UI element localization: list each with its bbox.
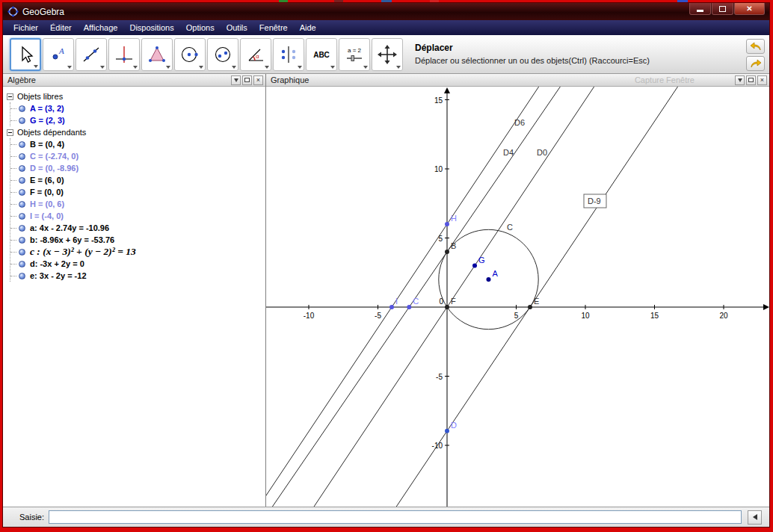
visibility-marble-icon[interactable] bbox=[19, 201, 25, 208]
graph-point-B[interactable] bbox=[445, 250, 449, 254]
tool-dropdown-arrow-icon[interactable] bbox=[265, 66, 269, 69]
graph-line-d[interactable] bbox=[266, 87, 769, 507]
graph-point-label-G[interactable]: G bbox=[478, 256, 485, 265]
graph-line-b[interactable] bbox=[266, 87, 769, 507]
graph-line-label-d[interactable]: D0 bbox=[537, 148, 547, 157]
minimize-button[interactable] bbox=[689, 3, 711, 15]
visibility-marble-icon[interactable] bbox=[19, 165, 25, 172]
graph-point-label-F[interactable]: F bbox=[451, 297, 456, 306]
visibility-marble-icon[interactable] bbox=[19, 117, 25, 124]
algebra-dropdown-button[interactable] bbox=[231, 75, 241, 85]
graph-canvas[interactable]: -10-5510152015105-5-100D6D4D0D-9CAGBHDEF… bbox=[266, 87, 769, 507]
visibility-marble-icon[interactable] bbox=[19, 213, 25, 220]
algebra-item-d[interactable]: d: -3x + 2y = 0 bbox=[10, 258, 265, 270]
graph-point-label-A[interactable]: A bbox=[493, 269, 499, 278]
algebra-item-F[interactable]: F = (0, 0) bbox=[10, 186, 265, 198]
tool-line-button[interactable] bbox=[76, 38, 107, 71]
graph-point-E[interactable] bbox=[528, 305, 532, 309]
menu-item-fenetre[interactable]: Fenêtre bbox=[253, 21, 294, 34]
graph-line-label-a[interactable]: D4 bbox=[503, 148, 514, 157]
algebra-item-E[interactable]: E = (6, 0) bbox=[10, 174, 265, 186]
tool-dropdown-arrow-icon[interactable] bbox=[34, 65, 38, 68]
undo-button[interactable] bbox=[746, 39, 765, 54]
visibility-marble-icon[interactable] bbox=[19, 261, 25, 267]
algebra-item-D[interactable]: D = (0, -8.96) bbox=[10, 162, 265, 174]
menu-item-options[interactable]: Options bbox=[180, 21, 221, 34]
graphics-dropdown-button[interactable] bbox=[735, 75, 745, 85]
close-button[interactable]: ✕ bbox=[734, 3, 765, 15]
algebra-item-B[interactable]: B = (0, 4) bbox=[10, 138, 265, 150]
tool-text-button[interactable]: ABC bbox=[306, 38, 337, 71]
algebra-tree[interactable]: Objets libresA = (3, 2)G = (2, 3)Objets … bbox=[3, 87, 265, 507]
maximize-button[interactable] bbox=[712, 3, 733, 15]
algebra-item-G[interactable]: G = (2, 3) bbox=[10, 114, 265, 126]
tool-slider-button[interactable]: a = 2 bbox=[339, 38, 370, 71]
graph-line-label-b[interactable]: D-9 bbox=[588, 197, 601, 205]
algebra-item-e[interactable]: e: 3x - 2y = -12 bbox=[10, 270, 265, 282]
menu-item-dispositions[interactable]: Dispositions bbox=[123, 21, 179, 34]
tool-perpendicular-button[interactable] bbox=[108, 38, 140, 71]
graph-point-label-D[interactable]: D bbox=[451, 421, 457, 430]
algebra-group-row[interactable]: Objets libres bbox=[7, 90, 265, 102]
graph-point-label-E[interactable]: E bbox=[534, 297, 539, 306]
graphics-close-button[interactable]: × bbox=[757, 75, 767, 85]
algebra-close-button[interactable]: × bbox=[253, 75, 263, 85]
visibility-marble-icon[interactable] bbox=[19, 177, 25, 184]
visibility-marble-icon[interactable] bbox=[19, 153, 25, 160]
menu-item-aide[interactable]: Aide bbox=[294, 21, 322, 34]
graph-point-label-B[interactable]: B bbox=[451, 241, 456, 250]
graph-circle-label[interactable]: C bbox=[507, 223, 513, 232]
menu-item-outils[interactable]: Outils bbox=[221, 21, 253, 34]
graph-area[interactable]: -10-5510152015105-5-100D6D4D0D-9CAGBHDEF… bbox=[266, 87, 769, 507]
algebra-item-c[interactable]: c : (x − 3)² + (y − 2)² = 13 bbox=[10, 246, 265, 258]
algebra-item-H[interactable]: H = (0, 6) bbox=[10, 198, 265, 210]
visibility-marble-icon[interactable] bbox=[19, 249, 25, 256]
algebra-item-C[interactable]: C = (-2.74, 0) bbox=[10, 150, 265, 162]
title-bar[interactable]: GeoGebra ✕ bbox=[3, 3, 769, 20]
tool-dropdown-arrow-icon[interactable] bbox=[363, 66, 368, 69]
graph-line-a[interactable] bbox=[266, 87, 769, 507]
redo-button[interactable] bbox=[746, 56, 765, 71]
tool-dropdown-arrow-icon[interactable] bbox=[330, 66, 335, 69]
algebra-item-I[interactable]: I = (-4, 0) bbox=[10, 210, 265, 222]
visibility-marble-icon[interactable] bbox=[19, 189, 25, 196]
visibility-marble-icon[interactable] bbox=[19, 237, 25, 244]
tool-dropdown-arrow-icon[interactable] bbox=[199, 66, 203, 69]
tool-polygon-button[interactable] bbox=[141, 38, 173, 71]
tool-conic-button[interactable] bbox=[207, 38, 238, 71]
graph-line-label-e[interactable]: D6 bbox=[514, 118, 525, 127]
algebra-item-b[interactable]: b: -8.96x + 6y = -53.76 bbox=[10, 234, 265, 246]
graphics-float-button[interactable] bbox=[746, 75, 756, 85]
tool-point-button[interactable]: A bbox=[43, 38, 74, 71]
algebra-item-a[interactable]: a: 4x - 2.74y = -10.96 bbox=[10, 222, 265, 234]
graph-point-label-C[interactable]: C bbox=[413, 297, 419, 306]
collapse-icon[interactable] bbox=[7, 129, 13, 136]
tool-dropdown-arrow-icon[interactable] bbox=[133, 66, 138, 69]
visibility-marble-icon[interactable] bbox=[19, 273, 25, 279]
tool-move-view-button[interactable] bbox=[372, 38, 403, 71]
visibility-marble-icon[interactable] bbox=[19, 105, 25, 112]
graph-point-label-H[interactable]: H bbox=[451, 214, 457, 223]
tool-dropdown-arrow-icon[interactable] bbox=[298, 66, 302, 69]
tool-dropdown-arrow-icon[interactable] bbox=[232, 66, 236, 69]
tool-dropdown-arrow-icon[interactable] bbox=[166, 66, 170, 69]
visibility-marble-icon[interactable] bbox=[19, 225, 25, 232]
algebra-group-row[interactable]: Objets dépendants bbox=[7, 126, 265, 138]
visibility-marble-icon[interactable] bbox=[19, 141, 25, 148]
graph-point-A[interactable] bbox=[487, 277, 491, 282]
graph-point-I[interactable] bbox=[389, 305, 394, 309]
menu-item-affichage[interactable]: Affichage bbox=[78, 21, 124, 34]
graph-line-e[interactable] bbox=[266, 87, 769, 507]
menu-item-fichier[interactable]: Fichier bbox=[7, 21, 44, 34]
menu-item-editer[interactable]: Éditer bbox=[44, 21, 78, 34]
graph-point-G[interactable] bbox=[472, 264, 477, 268]
tool-move-button[interactable] bbox=[10, 38, 41, 71]
tool-mirror-button[interactable] bbox=[273, 38, 304, 71]
saisie-input[interactable] bbox=[49, 510, 742, 524]
graph-point-label-I[interactable]: I bbox=[395, 297, 398, 306]
tool-dropdown-arrow-icon[interactable] bbox=[67, 66, 72, 69]
tool-dropdown-arrow-icon[interactable] bbox=[100, 66, 105, 69]
collapse-icon[interactable] bbox=[7, 93, 13, 100]
tool-angle-button[interactable]: α bbox=[240, 38, 271, 71]
tool-circle-button[interactable] bbox=[174, 38, 206, 71]
